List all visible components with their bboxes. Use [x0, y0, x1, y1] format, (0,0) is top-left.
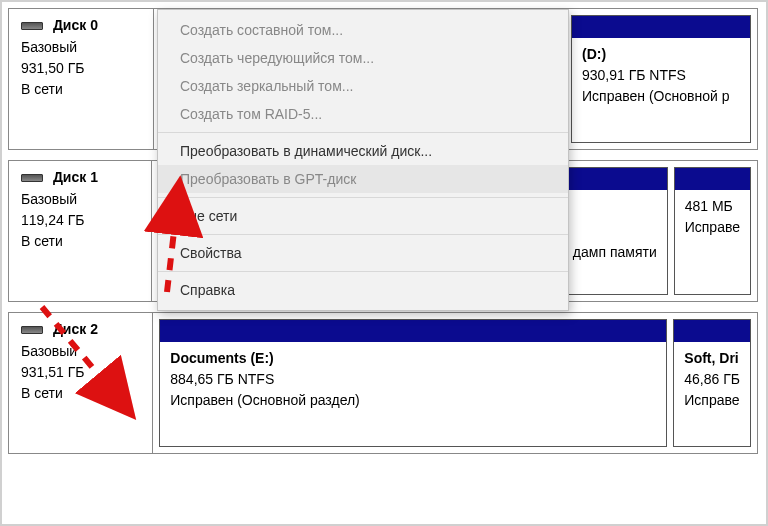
disk-row: Диск 2 Базовый 931,51 ГБ В сети Document…	[8, 312, 758, 454]
volume[interactable]: Documents (E:) 884,65 ГБ NTFS Исправен (…	[159, 319, 667, 447]
volume-size-fs: 930,91 ГБ NTFS	[582, 65, 740, 86]
volume-status: Исправен (Основной раздел)	[170, 390, 656, 411]
disk-info-panel[interactable]: Диск 1 Базовый 119,24 ГБ В сети	[9, 161, 152, 301]
menu-item-properties[interactable]: Свойства	[158, 239, 568, 267]
volume-status: дамп памяти	[573, 244, 657, 260]
disk-icon	[21, 22, 43, 30]
disk-info-panel[interactable]: Диск 2 Базовый 931,51 ГБ В сети	[9, 313, 153, 453]
menu-item-offline[interactable]: Вне сети	[158, 202, 568, 230]
disk-size: 119,24 ГБ	[21, 210, 145, 231]
menu-separator	[158, 234, 568, 235]
menu-item-spanned-volume: Создать составной том...	[158, 16, 568, 44]
menu-separator	[158, 132, 568, 133]
volume-stripe	[674, 320, 750, 342]
disk-name: Диск 1	[53, 169, 98, 185]
volume-size-fs: 884,65 ГБ NTFS	[170, 369, 656, 390]
disk-icon	[21, 174, 43, 182]
menu-item-help[interactable]: Справка	[158, 276, 568, 304]
disk-name: Диск 0	[53, 17, 98, 33]
menu-separator	[158, 271, 568, 272]
disk-type: Базовый	[21, 341, 146, 362]
volume-status: Исправе	[684, 390, 740, 411]
volume-name: Soft, Dri	[684, 348, 740, 369]
menu-item-convert-dynamic[interactable]: Преобразовать в динамический диск...	[158, 137, 568, 165]
disk-size: 931,50 ГБ	[21, 58, 147, 79]
volume-stripe	[675, 168, 750, 190]
volume-stripe	[160, 320, 666, 342]
menu-item-raid5-volume: Создать том RAID-5...	[158, 100, 568, 128]
disk-status: В сети	[21, 79, 147, 100]
volume-size-fs: 46,86 ГБ	[684, 369, 740, 390]
volume-status: Исправен (Основной р	[582, 86, 740, 107]
disk-icon	[21, 326, 43, 334]
menu-separator	[158, 197, 568, 198]
disk-info-panel[interactable]: Диск 0 Базовый 931,50 ГБ В сети	[9, 9, 154, 149]
volume[interactable]: (D:) 930,91 ГБ NTFS Исправен (Основной р	[571, 15, 751, 143]
volume-status: Исправе	[685, 217, 740, 238]
volume-name: (D:)	[582, 44, 740, 65]
disk-size: 931,51 ГБ	[21, 362, 146, 383]
volume-area: Documents (E:) 884,65 ГБ NTFS Исправен (…	[153, 313, 757, 453]
context-menu: Создать составной том... Создать чередую…	[157, 9, 569, 311]
disk-name: Диск 2	[53, 321, 98, 337]
volume[interactable]: 481 МБ Исправе	[674, 167, 751, 295]
menu-item-striped-volume: Создать чередующийся том...	[158, 44, 568, 72]
disk-status: В сети	[21, 383, 146, 404]
volume-size-fs: 481 МБ	[685, 196, 740, 217]
disk-type: Базовый	[21, 37, 147, 58]
volume-name: Documents (E:)	[170, 348, 656, 369]
disk-type: Базовый	[21, 189, 145, 210]
menu-item-convert-gpt: Преобразовать в GPT-диск	[158, 165, 568, 193]
volume-stripe	[572, 16, 750, 38]
menu-item-mirrored-volume: Создать зеркальный том...	[158, 72, 568, 100]
disk-status: В сети	[21, 231, 145, 252]
volume[interactable]: Soft, Dri 46,86 ГБ Исправе	[673, 319, 751, 447]
